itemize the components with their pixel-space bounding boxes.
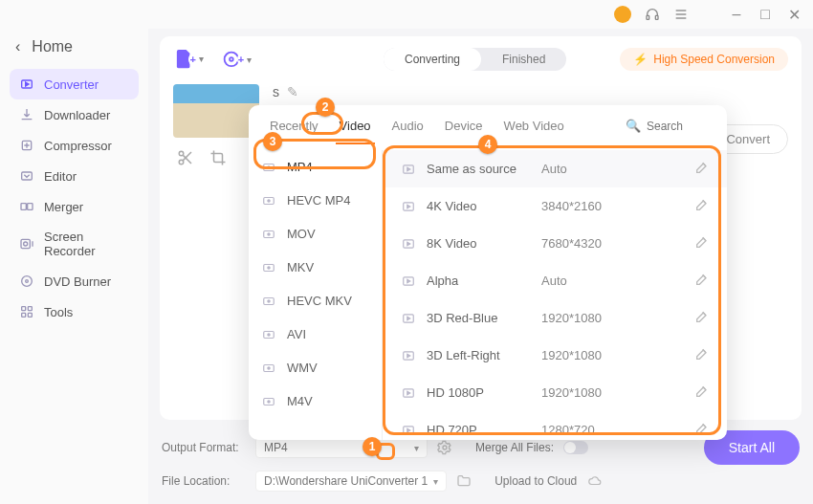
file-thumbnail[interactable] bbox=[173, 84, 259, 138]
format-hevc-mp4[interactable]: HEVC MP4 bbox=[249, 184, 382, 217]
svg-point-30 bbox=[268, 232, 270, 234]
resolution-name: Alpha bbox=[427, 274, 541, 288]
dropdown-tab-web-video[interactable]: Web Video bbox=[496, 113, 572, 139]
format-dropdown: RecentlyVideoAudioDeviceWeb Video 🔍 MP4H… bbox=[249, 105, 727, 440]
format-icon bbox=[260, 328, 277, 341]
upload-label: Upload to Cloud bbox=[494, 474, 577, 488]
svg-point-36 bbox=[268, 333, 270, 335]
edit-preset-icon[interactable] bbox=[694, 272, 710, 290]
cloud-icon[interactable] bbox=[586, 474, 604, 488]
folder-icon[interactable] bbox=[456, 473, 472, 489]
tab-finished[interactable]: Finished bbox=[481, 48, 566, 71]
merge-toggle[interactable] bbox=[563, 441, 588, 454]
resolution-name: 3D Left-Right bbox=[427, 348, 541, 362]
resolution-row[interactable]: 4K Video3840*2160 bbox=[383, 187, 727, 225]
merge-label: Merge All Files: bbox=[475, 441, 554, 454]
headset-icon[interactable] bbox=[645, 7, 660, 22]
close-button[interactable]: ✕ bbox=[786, 7, 802, 22]
format-mov[interactable]: MOV bbox=[249, 217, 382, 251]
crop-icon[interactable] bbox=[209, 149, 227, 166]
edit-preset-icon[interactable] bbox=[694, 234, 710, 252]
edit-preset-icon[interactable] bbox=[694, 160, 710, 178]
file-location-select[interactable]: D:\Wondershare UniConverter 1▾ bbox=[255, 471, 447, 492]
play-icon bbox=[400, 424, 417, 437]
dropdown-search[interactable]: 🔍 bbox=[626, 119, 714, 133]
resolution-row[interactable]: HD 720P1280*720 bbox=[383, 411, 727, 440]
dropdown-tab-device[interactable]: Device bbox=[437, 113, 491, 139]
edit-preset-icon[interactable] bbox=[694, 346, 710, 364]
edit-preset-icon[interactable] bbox=[694, 383, 710, 402]
resolution-row[interactable]: Same as sourceAuto bbox=[383, 150, 727, 187]
resolution-row[interactable]: 3D Left-Right1920*1080 bbox=[383, 337, 727, 374]
svg-rect-16 bbox=[22, 313, 26, 317]
resolution-size: 1920*1080 bbox=[541, 348, 627, 362]
output-format-label: Output Format: bbox=[162, 441, 246, 454]
maximize-button[interactable]: □ bbox=[758, 7, 773, 22]
gear-icon[interactable] bbox=[437, 440, 452, 455]
play-icon bbox=[400, 312, 417, 325]
svg-point-26 bbox=[268, 165, 270, 167]
svg-point-28 bbox=[268, 199, 270, 201]
svg-rect-10 bbox=[21, 239, 30, 248]
trim-icon[interactable] bbox=[177, 149, 194, 166]
search-input[interactable] bbox=[647, 120, 714, 133]
sidebar-item-label: Tools bbox=[44, 305, 73, 319]
resolution-row[interactable]: HD 1080P1920*1080 bbox=[383, 374, 727, 411]
app-window: – □ ✕ ‹ Home ConverterDownloaderCompress… bbox=[0, 0, 813, 504]
svg-point-18 bbox=[225, 53, 239, 67]
resolution-name: Same as source bbox=[427, 162, 541, 176]
edit-preset-icon[interactable] bbox=[694, 421, 710, 439]
format-avi[interactable]: AVI bbox=[249, 318, 382, 351]
resolution-row[interactable]: 8K Video7680*4320 bbox=[383, 225, 727, 262]
edit-preset-icon[interactable] bbox=[694, 197, 710, 215]
resolution-name: HD 720P bbox=[427, 423, 541, 437]
sidebar-item-editor[interactable]: Editor bbox=[10, 161, 139, 191]
svg-rect-0 bbox=[647, 15, 649, 19]
resolution-row[interactable]: 3D Red-Blue1920*1080 bbox=[383, 299, 727, 337]
format-mkv[interactable]: MKV bbox=[249, 251, 382, 284]
search-icon: 🔍 bbox=[626, 119, 641, 133]
dropdown-tab-audio[interactable]: Audio bbox=[385, 113, 431, 139]
format-wmv[interactable]: WMV bbox=[249, 351, 382, 384]
annotation-1: 1 bbox=[363, 437, 382, 456]
format-mp4[interactable]: MP4 bbox=[249, 150, 382, 184]
minimize-button[interactable]: – bbox=[729, 7, 744, 22]
sidebar-item-label: Merger bbox=[44, 200, 83, 214]
avatar[interactable] bbox=[614, 6, 631, 23]
edit-preset-icon[interactable] bbox=[694, 309, 710, 327]
sidebar-item-screen-recorder[interactable]: Screen Recorder bbox=[10, 222, 139, 266]
sidebar-item-downloader[interactable]: Downloader bbox=[10, 99, 139, 130]
tab-converting[interactable]: Converting bbox=[384, 48, 481, 71]
rename-icon[interactable]: ✎ bbox=[287, 84, 298, 99]
format-hevc-mkv[interactable]: HEVC MKV bbox=[249, 284, 382, 318]
format-icon bbox=[260, 395, 277, 408]
sidebar-item-compressor[interactable]: Compressor bbox=[10, 130, 139, 161]
resolution-list: Same as sourceAuto4K Video3840*21608K Vi… bbox=[383, 150, 727, 440]
resolution-size: Auto bbox=[541, 162, 627, 176]
resolution-size: 3840*2160 bbox=[541, 199, 627, 213]
svg-point-40 bbox=[268, 400, 270, 402]
sidebar-item-converter[interactable]: Converter bbox=[10, 69, 139, 99]
converter-icon bbox=[19, 77, 34, 92]
back-home[interactable]: ‹ Home bbox=[10, 34, 139, 69]
add-file-button[interactable]: +▾ bbox=[173, 48, 204, 70]
titlebar: – □ ✕ bbox=[0, 0, 813, 29]
sidebar-item-dvd-burner[interactable]: DVD Burner bbox=[10, 266, 139, 296]
high-speed-badge[interactable]: ⚡ High Speed Conversion bbox=[620, 48, 788, 71]
svg-rect-15 bbox=[28, 307, 32, 311]
sidebar-item-merger[interactable]: Merger bbox=[10, 191, 139, 222]
play-icon bbox=[400, 386, 417, 400]
dropdown-tab-video[interactable]: Video bbox=[332, 113, 379, 139]
sidebar-item-label: Screen Recorder bbox=[44, 230, 129, 258]
resolution-row[interactable]: AlphaAuto bbox=[383, 262, 727, 299]
format-m4v[interactable]: M4V bbox=[249, 384, 382, 418]
output-format-select[interactable]: MP4▾ bbox=[255, 437, 428, 458]
resolution-size: 7680*4320 bbox=[541, 236, 627, 251]
sidebar-item-tools[interactable]: Tools bbox=[10, 296, 139, 327]
menu-icon[interactable] bbox=[673, 7, 689, 22]
download-icon bbox=[19, 107, 34, 122]
editor-icon bbox=[19, 168, 34, 184]
dvd-burner-icon bbox=[19, 274, 34, 289]
svg-point-12 bbox=[22, 276, 33, 287]
add-disc-button[interactable]: +▾ bbox=[221, 49, 252, 70]
